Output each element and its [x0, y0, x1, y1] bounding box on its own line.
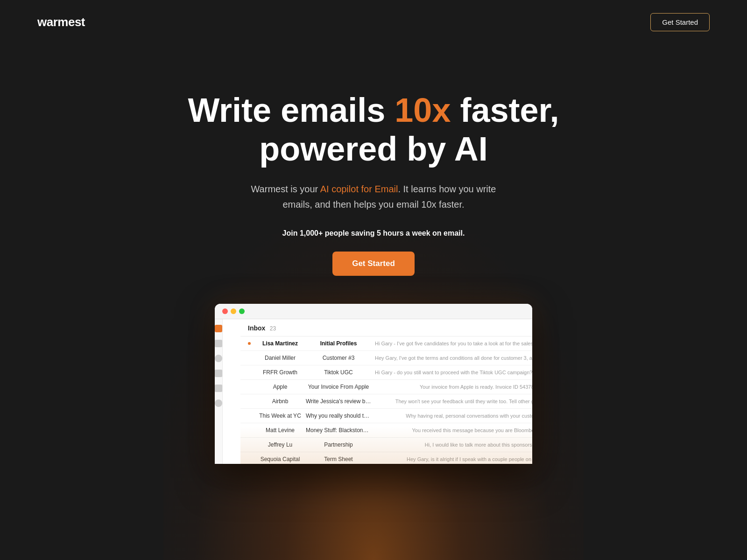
email-subject: Partnership [306, 441, 371, 448]
sidebar-icon-settings[interactable] [215, 399, 222, 407]
hero-subtitle: Warmest is your AI copilot for Email. It… [247, 182, 500, 212]
email-sender: Sequoia Capital [254, 456, 306, 462]
hero-title-part1: Write emails [188, 91, 395, 129]
app-titlebar [215, 304, 532, 319]
app-screenshot: Inbox 23 Lisa MartinezInitial ProfilesHi… [215, 304, 532, 464]
inbox-title: Inbox [248, 324, 265, 332]
email-sender: Lisa Martinez [254, 340, 306, 347]
email-row[interactable]: Jeffrey LuPartnershipHi, I would like to… [240, 438, 532, 452]
email-subject: Customer #3 [306, 355, 371, 361]
app-screenshot-wrapper: Inbox 23 Lisa MartinezInitial ProfilesHi… [215, 304, 532, 464]
read-dot [248, 458, 251, 461]
email-row[interactable]: Matt LevineMoney Stuff: Blackstone Can B… [240, 423, 532, 438]
app-main-content: Inbox 23 Lisa MartinezInitial ProfilesHi… [240, 319, 532, 464]
email-row[interactable]: AppleYour Invoice From AppleYour invoice… [240, 380, 532, 394]
read-dot [248, 429, 251, 432]
email-sender: Airbnb [254, 398, 306, 405]
inbox-count: 23 [270, 325, 276, 332]
email-preview: Your invoice from Apple is ready. Invoic… [375, 384, 532, 390]
email-preview: Hey Gary, I've got the terms and conditi… [375, 355, 532, 361]
subtitle-link: AI copilot for Email [320, 184, 398, 194]
email-sender: Daniel Miller [254, 355, 306, 361]
email-subject: Term Sheet [306, 456, 371, 462]
hero-title: Write emails 10x faster, powered by AI [188, 91, 559, 168]
app-body: Inbox 23 Lisa MartinezInitial ProfilesHi… [215, 319, 532, 464]
email-subject: Money Stuff: Blackstone Can Be the Bank [306, 427, 371, 434]
email-row[interactable]: Sequoia CapitalTerm SheetHey Gary, is it… [240, 452, 532, 464]
sidebar-icon-edit[interactable] [215, 340, 222, 347]
window-close-btn[interactable] [222, 308, 228, 314]
unread-dot [248, 342, 251, 345]
subtitle-part1: Warmest is your [251, 184, 320, 194]
hero-title-part2: faster, [451, 91, 559, 129]
email-preview: Why having real, personal conversations … [375, 413, 532, 419]
email-row[interactable]: This Week at YCWhy you really should tal… [240, 409, 532, 423]
email-subject: Write Jessica's review by 25 May [306, 398, 371, 405]
email-subject: Your Invoice From Apple [306, 384, 371, 390]
email-preview: You received this message because you ar… [375, 427, 532, 433]
email-list: Lisa MartinezInitial ProfilesHi Gary - I… [240, 336, 532, 464]
email-preview: Hi Gary - I've got five candidates for y… [375, 341, 532, 346]
navbar: warmest Get Started [0, 0, 747, 44]
email-subject: Why you really should talk to your custo… [306, 413, 371, 419]
read-dot [248, 443, 251, 446]
email-sender: This Week at YC [254, 413, 306, 419]
email-preview: Hi, I would like to talk more about this… [375, 442, 532, 448]
hero-get-started-button[interactable]: Get Started [332, 252, 415, 276]
sidebar-icon-info[interactable] [215, 355, 222, 362]
sidebar-icon-send[interactable] [215, 385, 222, 392]
email-sender: Jeffrey Lu [254, 441, 306, 448]
email-subject: Initial Profiles [306, 340, 371, 347]
app-sidebar [215, 319, 223, 464]
email-sender: FRFR Growth [254, 369, 306, 376]
email-sender: Matt Levine [254, 427, 306, 434]
email-row[interactable]: AirbnbWrite Jessica's review by 25 MayTh… [240, 394, 532, 409]
hero-title-line2: powered by AI [259, 130, 487, 168]
sidebar-icon-star[interactable] [215, 370, 222, 377]
email-row[interactable]: FRFR GrowthTiktok UGCHi Gary - do you st… [240, 365, 532, 380]
email-row[interactable]: Lisa MartinezInitial ProfilesHi Gary - I… [240, 336, 532, 351]
nav-get-started-button[interactable]: Get Started [650, 13, 710, 31]
read-dot [248, 385, 251, 388]
read-dot [248, 357, 251, 359]
sidebar-icon-mail[interactable] [215, 325, 222, 332]
hero-title-highlight: 10x [395, 91, 451, 129]
read-dot [248, 414, 251, 417]
social-proof: Join 1,000+ people saving 5 hours a week… [282, 229, 465, 238]
email-row[interactable]: Daniel MillerCustomer #3Hey Gary, I've g… [240, 351, 532, 365]
logo: warmest [37, 15, 85, 29]
inbox-title-area: Inbox 23 [248, 324, 276, 332]
hero-section: Write emails 10x faster, powered by AI W… [0, 44, 747, 464]
email-preview: They won't see your feedback until they … [375, 399, 532, 404]
email-sender: Apple [254, 384, 306, 390]
email-subject: Tiktok UGC [306, 369, 371, 376]
window-maximize-btn[interactable] [239, 308, 245, 314]
email-preview: Hey Gary, is it alright if I speak with … [375, 456, 532, 462]
read-dot [248, 371, 251, 374]
window-minimize-btn[interactable] [231, 308, 236, 314]
read-dot [248, 400, 251, 403]
email-preview: Hi Gary - do you still want to proceed w… [375, 370, 532, 375]
inbox-header: Inbox 23 [240, 319, 532, 336]
